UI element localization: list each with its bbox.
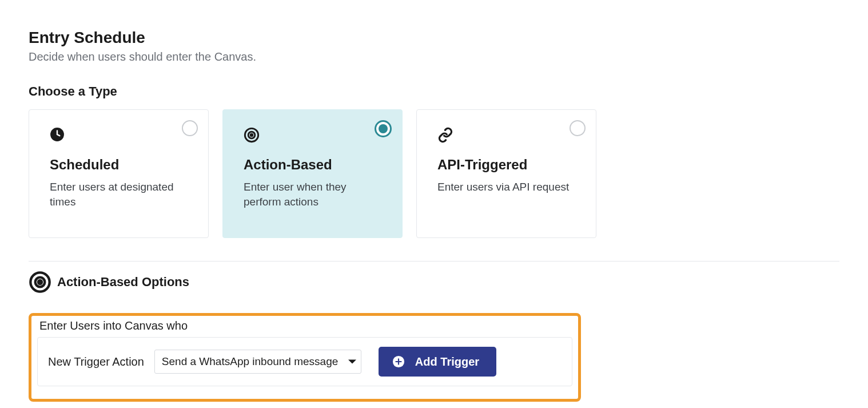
type-card-api-triggered[interactable]: API-Triggered Enter users via API reques… [416, 109, 596, 238]
svg-point-6 [38, 280, 42, 284]
chevron-down-icon [348, 360, 356, 364]
radio-action-based[interactable] [375, 120, 392, 137]
action-based-options-header: Action-Based Options [29, 271, 839, 294]
type-card-action-based[interactable]: Action-Based Enter user when they perfor… [222, 109, 403, 238]
trigger-action-select[interactable]: Send a WhatsApp inbound message [154, 350, 361, 374]
card-title-api-triggered: API-Triggered [437, 157, 575, 173]
clock-icon [50, 127, 188, 144]
link-icon [437, 127, 575, 144]
action-based-options-title: Action-Based Options [57, 275, 189, 290]
type-card-scheduled[interactable]: Scheduled Enter users at designated time… [29, 109, 209, 238]
card-title-action-based: Action-Based [244, 157, 381, 173]
target-icon [29, 271, 51, 294]
add-trigger-button[interactable]: Add Trigger [379, 347, 496, 377]
svg-point-3 [250, 134, 253, 136]
type-cards: Scheduled Enter users at designated time… [29, 109, 839, 238]
radio-api-triggered[interactable] [570, 120, 586, 136]
trigger-row: New Trigger Action Send a WhatsApp inbou… [37, 337, 572, 386]
choose-type-label: Choose a Type [29, 84, 839, 99]
highlighted-trigger-area: Enter Users into Canvas who New Trigger … [29, 313, 581, 402]
divider [29, 261, 839, 262]
new-trigger-action-label: New Trigger Action [48, 355, 144, 369]
plus-circle-icon [392, 355, 405, 368]
entry-schedule-title: Entry Schedule [29, 29, 839, 47]
card-desc-api-triggered: Enter users via API request [437, 180, 575, 195]
target-icon [244, 127, 381, 144]
enter-users-label: Enter Users into Canvas who [39, 319, 572, 332]
card-title-scheduled: Scheduled [50, 157, 188, 173]
radio-scheduled[interactable] [182, 120, 198, 136]
trigger-action-select-value: Send a WhatsApp inbound message [162, 355, 338, 368]
card-desc-scheduled: Enter users at designated times [50, 180, 188, 209]
add-trigger-button-label: Add Trigger [415, 355, 479, 369]
card-desc-action-based: Enter user when they perform actions [244, 180, 381, 209]
entry-schedule-subtitle: Decide when users should enter the Canva… [29, 50, 839, 64]
